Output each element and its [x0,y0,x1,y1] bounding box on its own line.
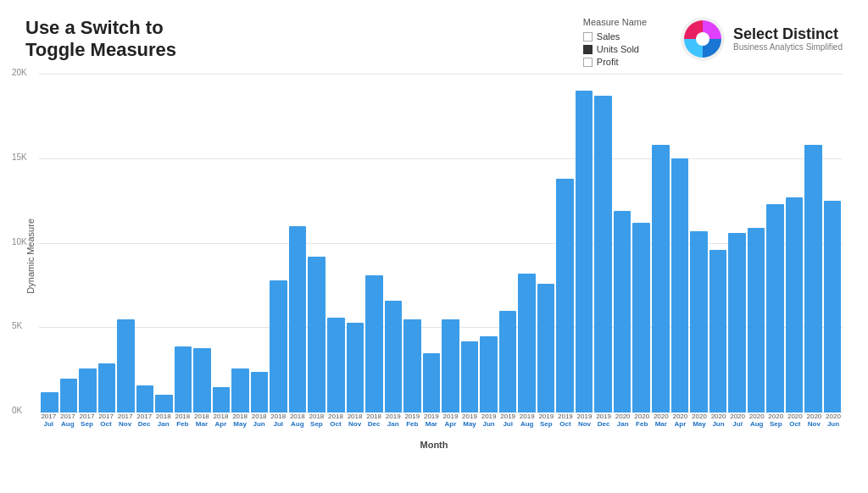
bar-group[interactable] [347,74,364,413]
bar[interactable] [327,318,345,413]
bar-group[interactable] [728,74,746,413]
bar-group[interactable] [766,74,784,413]
bar[interactable] [442,319,459,413]
legend-item-profit: Profit [583,57,647,67]
bar[interactable] [766,204,784,413]
bar[interactable] [60,379,78,413]
bar-group[interactable] [385,74,403,413]
bar-group[interactable] [671,74,689,413]
bar-group[interactable] [824,74,842,413]
bar[interactable] [652,145,670,413]
bar-group[interactable] [98,74,116,413]
bar[interactable] [41,392,58,413]
bar[interactable] [385,301,403,413]
bar[interactable] [347,323,364,413]
bar[interactable] [193,348,211,413]
bar-group[interactable] [270,74,287,413]
bar-group[interactable] [614,74,632,413]
bar[interactable] [518,274,536,413]
bar-group[interactable] [423,74,441,413]
bar-group[interactable] [499,74,517,413]
bar[interactable] [804,145,822,413]
bar-group[interactable] [442,74,459,413]
x-label-month: Sep [310,420,323,428]
bar-group[interactable] [556,74,574,413]
bar-group[interactable] [213,74,231,413]
bar[interactable] [213,387,231,413]
bar-group[interactable] [327,74,345,413]
bar[interactable] [231,368,249,413]
bar[interactable] [423,353,441,413]
bar-group[interactable] [403,74,421,413]
bar[interactable] [709,250,727,413]
bar[interactable] [537,284,555,413]
bar[interactable] [671,158,689,413]
x-label-year: 2017 [60,413,75,420]
bar-group[interactable] [175,74,192,413]
bar-group[interactable] [79,74,97,413]
bar[interactable] [461,341,479,413]
x-label-year: 2019 [404,413,420,420]
bar-group[interactable] [155,74,173,413]
bar-group[interactable] [786,74,804,413]
bar-group[interactable] [576,74,593,413]
bar-group[interactable] [480,74,498,413]
bar-group[interactable] [193,74,211,413]
bar[interactable] [251,372,269,413]
y-axis-label: Dynamic Measure [25,219,36,294]
x-label-group: 2018Sep [307,413,326,428]
x-label-group: 2020Jun [709,413,728,428]
x-label-group: 2019Sep [537,413,556,428]
bar-group[interactable] [652,74,670,413]
bar[interactable] [728,233,746,413]
bar[interactable] [690,231,708,413]
bar[interactable] [576,91,593,413]
bar-group[interactable] [461,74,479,413]
bar[interactable] [365,275,383,413]
bar-group[interactable] [60,74,78,413]
bar[interactable] [79,368,97,413]
x-label-year: 2018 [175,413,190,420]
x-label-year: 2019 [538,413,554,420]
bar-group[interactable] [136,74,154,413]
bar[interactable] [136,385,154,413]
bar-group[interactable] [537,74,555,413]
bar[interactable] [117,319,135,413]
bar[interactable] [175,346,192,413]
bar-group[interactable] [709,74,727,413]
bar-group[interactable] [117,74,135,413]
bar[interactable] [614,211,632,413]
bar-group[interactable] [41,74,58,413]
x-label-month: Aug [291,420,304,428]
bar[interactable] [98,363,116,413]
chart-area: Dynamic Measure 20K15K10K5K0K 2017Jul201… [25,74,843,438]
bar-group[interactable] [308,74,326,413]
bar[interactable] [594,96,612,413]
x-label-year: 2020 [692,413,707,420]
bar-group[interactable] [289,74,307,413]
bar-group[interactable] [251,74,269,413]
bar[interactable] [786,197,804,413]
bar[interactable] [289,226,307,413]
bar-group[interactable] [690,74,708,413]
bar-group[interactable] [632,74,650,413]
bar[interactable] [308,257,326,413]
bar-group[interactable] [365,74,383,413]
bar[interactable] [748,228,765,413]
bar[interactable] [824,201,842,413]
bar-group[interactable] [594,74,612,413]
bar[interactable] [632,223,650,413]
bar-group[interactable] [231,74,249,413]
bar[interactable] [403,319,421,413]
bar[interactable] [480,336,498,413]
bar[interactable] [270,280,287,413]
x-label-month: Jul [273,420,283,428]
bar[interactable] [556,179,574,413]
chart-title: Use a Switch to Toggle Measures [25,17,176,62]
bar-group[interactable] [518,74,536,413]
bar-group[interactable] [804,74,822,413]
bar[interactable] [155,395,173,413]
bar-group[interactable] [748,74,765,413]
legend-swatch-sales [583,32,593,42]
bar[interactable] [499,311,517,413]
